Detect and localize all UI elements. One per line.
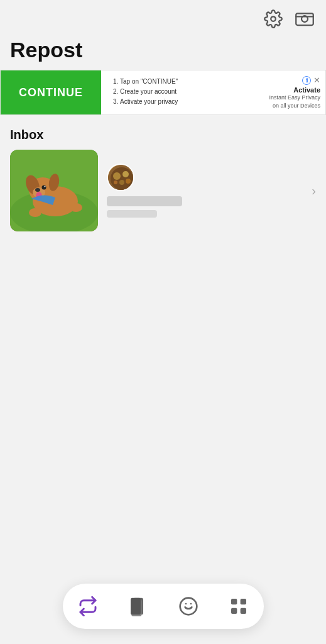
svg-point-14 xyxy=(29,208,41,217)
svg-rect-25 xyxy=(131,598,141,615)
chevron-right-icon: › xyxy=(312,184,316,198)
svg-point-12 xyxy=(45,186,46,187)
ad-activate-label: Activate xyxy=(293,86,320,94)
inbox-avatar xyxy=(107,164,134,191)
svg-point-19 xyxy=(122,171,129,177)
inbox-sub-placeholder xyxy=(107,210,157,218)
inbox-section-header: Inbox xyxy=(0,125,326,150)
svg-point-17 xyxy=(111,167,133,190)
inbox-photo xyxy=(10,150,98,231)
ad-sub-text: Instant Easy Privacyon all your Devices xyxy=(269,94,320,109)
svg-point-18 xyxy=(113,172,121,180)
svg-point-15 xyxy=(70,203,82,212)
avatar-inner xyxy=(108,165,133,190)
close-icon[interactable]: ✕ xyxy=(313,75,320,85)
svg-point-20 xyxy=(119,180,124,185)
ad-right-section: ℹ ✕ Activate Instant Easy Privacyon all … xyxy=(269,70,325,114)
ad-step-1: Tap on "CONTINUE" xyxy=(120,77,261,87)
ad-step-3: Activate your privacy xyxy=(120,97,261,107)
inbox-area: › xyxy=(0,150,326,231)
svg-rect-29 xyxy=(231,599,237,604)
ad-steps: Tap on "CONTINUE" Create your account Ac… xyxy=(101,70,269,114)
top-bar xyxy=(0,0,326,35)
dog-image xyxy=(10,150,98,231)
ad-step-2: Create your account xyxy=(120,87,261,97)
svg-point-22 xyxy=(114,180,117,184)
svg-rect-32 xyxy=(240,608,246,614)
ad-right-header: ℹ ✕ xyxy=(302,75,320,85)
inbox-name-placeholder xyxy=(107,196,182,206)
nav-item-grid[interactable] xyxy=(224,591,254,621)
info-icon[interactable]: ℹ xyxy=(302,76,311,85)
svg-point-0 xyxy=(271,16,276,21)
inbox-item[interactable]: › xyxy=(10,150,316,231)
bottom-nav xyxy=(63,584,264,629)
continue-button[interactable]: CONTINUE xyxy=(1,70,101,114)
inbox-meta xyxy=(98,164,316,218)
svg-point-26 xyxy=(180,598,197,615)
settings-icon[interactable] xyxy=(262,8,285,30)
svg-rect-31 xyxy=(231,608,237,614)
ad-banner: CONTINUE Tap on "CONTINUE" Create your a… xyxy=(0,70,326,115)
svg-point-10 xyxy=(35,188,40,192)
nav-item-repost[interactable] xyxy=(73,591,103,621)
svg-rect-30 xyxy=(240,599,246,604)
camera-icon[interactable] xyxy=(293,8,316,30)
page-title: Repost xyxy=(0,35,326,70)
svg-point-11 xyxy=(42,186,46,190)
nav-item-collection[interactable] xyxy=(123,591,153,621)
svg-point-21 xyxy=(126,179,131,184)
nav-item-sticker[interactable] xyxy=(173,591,204,621)
